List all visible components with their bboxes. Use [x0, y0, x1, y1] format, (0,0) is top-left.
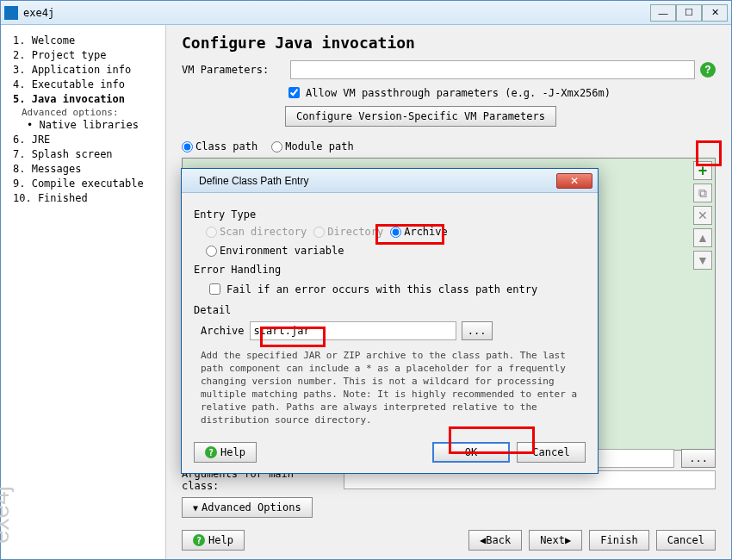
step-project-type[interactable]: 2. Project type	[13, 48, 165, 63]
minimize-button[interactable]	[650, 4, 676, 22]
close-button[interactable]	[702, 4, 728, 22]
step-executable-info[interactable]: 4. Executable info	[13, 78, 165, 92]
window-title: exe4j	[23, 7, 650, 19]
entry-type-label: Entry Type	[194, 208, 586, 221]
allow-passthrough-checkbox[interactable]	[288, 87, 300, 98]
dialog-title: Define Class Path Entry	[199, 175, 556, 187]
brand-watermark: exe4j	[0, 486, 15, 544]
delete-icon[interactable]: ✕	[693, 206, 712, 225]
step-application-info[interactable]: 3. Application info	[13, 63, 165, 78]
next-button[interactable]: Next ▶	[529, 530, 582, 551]
detail-label: Detail	[194, 304, 586, 316]
cancel-button[interactable]: Cancel	[656, 530, 716, 551]
main-class-browse-button[interactable]: ...	[681, 449, 716, 468]
step-splash-screen[interactable]: 7. Splash screen	[13, 147, 165, 162]
app-icon	[187, 175, 199, 187]
back-button[interactable]: ◀ Back	[468, 530, 522, 551]
step-messages[interactable]: 8. Messages	[13, 162, 165, 177]
advanced-options-label: Advanced options:	[22, 107, 165, 118]
titlebar: exe4j	[1, 1, 731, 25]
vm-parameters-label: VM Parameters:	[182, 64, 285, 76]
finish-button[interactable]: Finish	[589, 530, 648, 551]
advanced-options-button[interactable]: ▼Advanced Options	[182, 497, 313, 518]
wizard-sidebar: 1. Welcome 2. Project type 3. Applicatio…	[1, 25, 166, 559]
step-jre[interactable]: 6. JRE	[13, 133, 165, 147]
browse-button[interactable]: ...	[462, 321, 493, 340]
archive-field-label: Archive	[201, 325, 245, 337]
step-finished[interactable]: 10. Finished	[13, 191, 165, 206]
fail-on-error-label: Fail if an error occurs with this class …	[226, 283, 537, 296]
allow-passthrough-label: Allow VM passthrough parameters (e.g. -J…	[306, 87, 611, 99]
dialog-titlebar: Define Class Path Entry ✕	[182, 169, 598, 193]
help-button[interactable]: ?Help	[182, 530, 245, 551]
archive-radio[interactable]: Archive	[390, 226, 448, 238]
chevron-down-icon: ▼	[193, 503, 198, 513]
move-up-icon[interactable]: ▲	[693, 228, 712, 247]
help-icon[interactable]: ?	[700, 62, 716, 78]
dialog-help-button[interactable]: ?Help	[194, 442, 257, 463]
scan-directory-radio: Scan directory	[206, 226, 307, 238]
error-handling-label: Error Handling	[194, 264, 586, 276]
class-path-radio[interactable]: Class path	[182, 140, 257, 152]
maximize-button[interactable]	[676, 4, 702, 22]
page-title: Configure Java invocation	[182, 34, 716, 52]
module-path-radio[interactable]: Module path	[271, 140, 353, 152]
ok-button[interactable]: OK	[432, 442, 510, 463]
step-java-invocation[interactable]: 5. Java invocation	[13, 92, 165, 107]
environment-variable-radio[interactable]: Environment variable	[206, 245, 344, 257]
add-icon[interactable]: +	[693, 161, 712, 180]
dialog-close-button[interactable]: ✕	[556, 173, 592, 189]
archive-input[interactable]	[250, 321, 456, 340]
fail-on-error-checkbox[interactable]	[209, 283, 220, 295]
copy-icon[interactable]: ⧉	[693, 184, 712, 202]
step-welcome[interactable]: 1. Welcome	[13, 34, 165, 48]
move-down-icon[interactable]: ▼	[693, 251, 712, 270]
vm-parameters-input[interactable]	[290, 60, 695, 79]
configure-version-vm-button[interactable]: Configure Version-Specific VM Parameters	[285, 106, 556, 127]
dialog-cancel-button[interactable]: Cancel	[517, 442, 586, 463]
app-icon	[4, 6, 18, 20]
description-text: Add the specified JAR or ZIP archive to …	[201, 349, 580, 426]
step-compile-executable[interactable]: 9. Compile executable	[13, 177, 165, 191]
advanced-native-libraries[interactable]: • Native libraries	[27, 118, 165, 133]
define-classpath-dialog: Define Class Path Entry ✕ Entry Type Sca…	[181, 168, 599, 474]
directory-radio: Directory	[313, 226, 383, 238]
